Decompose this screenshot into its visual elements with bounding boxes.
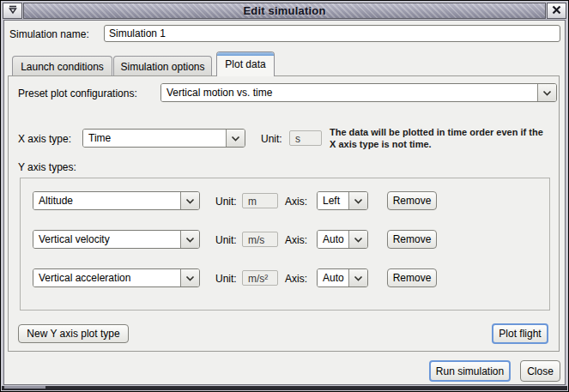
unit-value-1: m [242, 193, 278, 208]
window-title: Edit simulation [243, 4, 325, 17]
title-bar-stripe: Edit simulation [23, 3, 546, 19]
tab-plot-data[interactable]: Plot data [216, 51, 275, 76]
axis-label: Axis: [285, 273, 307, 285]
window-bottom-frame [2, 386, 567, 390]
close-window-button[interactable] [547, 3, 566, 19]
simulation-name-input[interactable]: Simulation 1 [104, 25, 560, 42]
x-axis-unit-value: s [289, 130, 322, 146]
chevron-down-icon [180, 192, 199, 209]
tab-launch-conditions[interactable]: Launch conditions [12, 56, 112, 76]
unit-label: Unit: [215, 196, 237, 208]
axis-side-select-3[interactable]: Auto [317, 268, 368, 287]
plot-flight-button[interactable]: Plot flight [492, 323, 548, 344]
window-menu-icon [8, 5, 18, 17]
y-axis-types-label: Y axis types: [18, 161, 76, 173]
axis-side-select-1[interactable]: Left [317, 191, 368, 210]
chevron-down-icon [226, 130, 245, 147]
remove-button-3[interactable]: Remove [387, 268, 437, 287]
title-bar: Edit simulation [3, 3, 566, 19]
x-axis-type-select[interactable]: Time [82, 129, 245, 148]
chevron-down-icon [348, 192, 367, 209]
axis-label: Axis: [285, 196, 307, 208]
x-axis-unit-label: Unit: [261, 133, 282, 145]
edit-simulation-dialog: Edit simulation Simulation name: Simulat… [0, 0, 569, 392]
axis-side-select-2[interactable]: Auto [317, 230, 368, 249]
chevron-down-icon [348, 231, 367, 248]
time-order-note: The data will be plotted in time order e… [330, 126, 548, 150]
tab-label: Simulation options [120, 61, 204, 73]
chevron-down-icon [180, 231, 199, 248]
simulation-name-label: Simulation name: [9, 28, 89, 40]
axis-label: Axis: [285, 234, 307, 246]
x-axis-type-label: X axis type: [18, 133, 71, 145]
new-y-axis-plot-type-button[interactable]: New Y axis plot type [18, 324, 129, 343]
tab-label: Plot data [225, 58, 265, 70]
preset-configurations-label: Preset plot configurations: [18, 87, 137, 100]
chevron-down-icon [180, 269, 199, 286]
run-simulation-button[interactable]: Run simulation [429, 360, 511, 382]
unit-label: Unit: [215, 273, 237, 285]
remove-button-2[interactable]: Remove [387, 230, 437, 249]
tab-simulation-options[interactable]: Simulation options [113, 56, 212, 76]
chevron-down-icon [537, 84, 556, 101]
remove-button-1[interactable]: Remove [387, 191, 437, 210]
chevron-down-icon [348, 269, 367, 286]
close-button[interactable]: Close [520, 360, 560, 382]
y-axis-type-select-2[interactable]: Vertical velocity [33, 230, 200, 249]
y-axis-type-select-1[interactable]: Altitude [33, 191, 200, 210]
window-menu-button[interactable] [3, 3, 22, 19]
unit-value-2: m/s [242, 232, 278, 247]
resize-grip[interactable] [4, 386, 45, 389]
y-axis-type-select-3[interactable]: Vertical acceleration [33, 268, 200, 287]
unit-value-3: m/s² [242, 270, 278, 286]
close-icon [552, 5, 561, 17]
tab-label: Launch conditions [21, 61, 104, 73]
unit-label: Unit: [215, 234, 237, 246]
preset-configuration-select[interactable]: Vertical motion vs. time [160, 83, 557, 102]
